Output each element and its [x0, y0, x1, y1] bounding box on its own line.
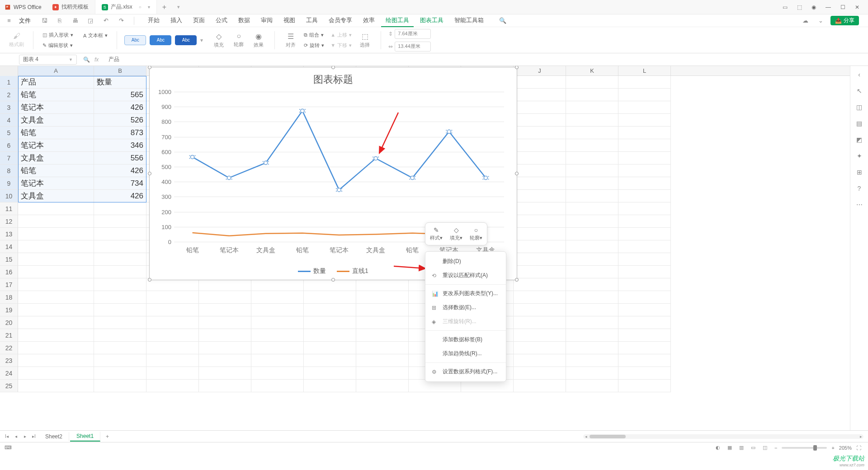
cell[interactable]: [199, 342, 251, 354]
cell[interactable]: 873: [94, 127, 146, 139]
cell[interactable]: [566, 316, 618, 329]
data-point-marker[interactable]: [484, 176, 487, 180]
row-header[interactable]: 21: [0, 329, 18, 342]
cell[interactable]: [18, 329, 94, 342]
cell[interactable]: [304, 316, 356, 329]
cell[interactable]: [566, 152, 618, 164]
cell[interactable]: [618, 139, 671, 152]
ribbon-tab[interactable]: 数据: [234, 14, 255, 27]
cube-icon[interactable]: ⬚: [796, 4, 803, 11]
cell[interactable]: [566, 228, 618, 240]
cell[interactable]: [94, 342, 146, 354]
cell[interactable]: [251, 316, 304, 329]
cell[interactable]: [566, 114, 618, 127]
cell[interactable]: [566, 101, 618, 114]
context-item[interactable]: ⊞选择数据(E)...: [425, 301, 506, 315]
row-header[interactable]: 24: [0, 367, 18, 380]
cell[interactable]: [146, 304, 199, 316]
cell[interactable]: [618, 304, 671, 316]
zoom-level[interactable]: 205%: [839, 445, 852, 451]
cell[interactable]: 734: [94, 177, 146, 190]
cell[interactable]: [304, 380, 356, 392]
cell[interactable]: [356, 354, 409, 367]
ribbon-tab[interactable]: 图表工具: [415, 14, 448, 27]
zoom-in-button[interactable]: +: [831, 445, 834, 451]
tab-list-button[interactable]: ▾: [172, 4, 185, 10]
print-icon[interactable]: 🖶: [71, 16, 80, 25]
bring-forward-button[interactable]: ▲上移 ▾: [329, 31, 354, 39]
preview-icon[interactable]: ◲: [86, 16, 95, 25]
cell[interactable]: [514, 101, 566, 114]
cell[interactable]: [304, 291, 356, 304]
cell[interactable]: 565: [94, 89, 146, 101]
more-icon[interactable]: ⋯: [855, 201, 863, 209]
file-menu[interactable]: 文件: [15, 16, 34, 26]
layout-icon[interactable]: ▭: [781, 4, 788, 11]
cell[interactable]: [514, 202, 566, 215]
data-point-marker[interactable]: [227, 176, 231, 180]
cell[interactable]: [94, 316, 146, 329]
resize-handle[interactable]: [148, 278, 151, 282]
context-item[interactable]: ⟲重设以匹配样式(A): [425, 268, 506, 282]
cell[interactable]: 426: [94, 101, 146, 114]
cell[interactable]: [514, 304, 566, 316]
next-sheet-icon[interactable]: ▸: [21, 434, 29, 439]
chart-object[interactable]: 图表标题 01002003004005006007008009001000铅笔笔…: [149, 67, 517, 280]
row-header[interactable]: 25: [0, 380, 18, 392]
cell[interactable]: [18, 266, 94, 278]
cell[interactable]: [356, 316, 409, 329]
row-header[interactable]: 2: [0, 89, 18, 101]
cell[interactable]: [251, 354, 304, 367]
row-header[interactable]: 23: [0, 354, 18, 367]
width-input[interactable]: 13.44厘米: [395, 42, 431, 52]
mini-填充-button[interactable]: ◇填充▾: [446, 226, 466, 242]
minimize-button[interactable]: —: [825, 4, 832, 11]
shape-preset-1[interactable]: Abc: [124, 35, 146, 45]
align-button[interactable]: ☰对齐: [282, 31, 299, 49]
row-header[interactable]: 11: [0, 202, 18, 215]
cell[interactable]: [94, 304, 146, 316]
down-icon[interactable]: ⌄: [816, 16, 825, 25]
redo-icon[interactable]: ↷: [117, 16, 126, 25]
last-sheet-icon[interactable]: ▸I: [30, 434, 38, 439]
resize-handle[interactable]: [515, 278, 519, 282]
cell[interactable]: [18, 215, 94, 228]
sparkle-icon[interactable]: ✦: [855, 152, 863, 160]
cell[interactable]: [251, 304, 304, 316]
cell[interactable]: [356, 380, 409, 392]
cell[interactable]: [566, 291, 618, 304]
cell[interactable]: [618, 152, 671, 164]
cell[interactable]: [566, 202, 618, 215]
cell[interactable]: 数量: [94, 76, 146, 89]
cell[interactable]: [566, 127, 618, 139]
cell[interactable]: [146, 291, 199, 304]
fx-icon[interactable]: fx: [94, 56, 99, 63]
cell[interactable]: [94, 329, 146, 342]
cell[interactable]: [618, 316, 671, 329]
height-input[interactable]: 7.64厘米: [395, 29, 431, 39]
cell[interactable]: [514, 278, 566, 291]
cell[interactable]: [356, 367, 409, 380]
row-header[interactable]: 17: [0, 278, 18, 291]
cell[interactable]: [18, 342, 94, 354]
cell[interactable]: [514, 139, 566, 152]
chart-plot-area[interactable]: 01002003004005006007008009001000铅笔笔记本文具盒…: [174, 92, 504, 242]
cell[interactable]: [199, 367, 251, 380]
send-backward-button[interactable]: ▼下移 ▾: [329, 41, 354, 50]
effects-button[interactable]: ◉效果: [250, 31, 267, 49]
text-box-button[interactable]: A文本框 ▾: [81, 31, 109, 40]
cell[interactable]: [18, 316, 94, 329]
row-header[interactable]: 16: [0, 266, 18, 278]
shape-preset-3[interactable]: Abc: [175, 35, 197, 45]
cell[interactable]: [514, 380, 566, 392]
cell[interactable]: [251, 380, 304, 392]
horizontal-scrollbar[interactable]: ◂ ▸: [583, 434, 863, 439]
cell[interactable]: [566, 76, 618, 89]
data-point-marker[interactable]: [301, 109, 304, 113]
cell[interactable]: [618, 253, 671, 266]
shape-preset-2[interactable]: Abc: [150, 35, 171, 45]
cell[interactable]: [566, 380, 618, 392]
cell[interactable]: [514, 291, 566, 304]
rotate-button[interactable]: ⟳旋转 ▾: [302, 41, 326, 50]
cloud-icon[interactable]: ☁: [801, 16, 810, 25]
